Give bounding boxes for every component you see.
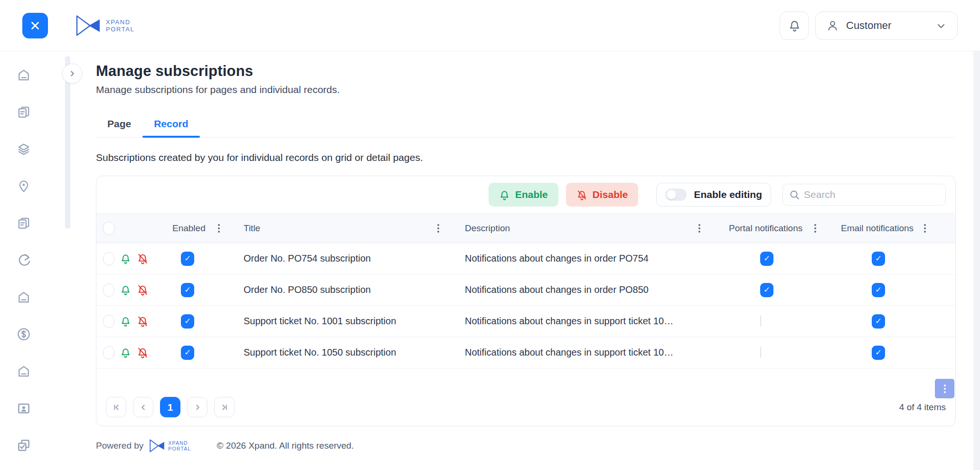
email-notifications-checkbox[interactable] [872,283,885,297]
row-description: Notifications about changes in support t… [446,347,708,358]
previous-page-button[interactable] [133,397,153,417]
enabled-checkbox[interactable] [181,283,194,297]
email-notifications-checkbox[interactable] [872,252,885,266]
items-count: 4 of 4 items [899,402,946,413]
copyright-text: © 2026 Xpand. All rights reserved. [217,441,354,451]
enable-row-bell-icon[interactable] [120,284,131,295]
email-notifications-checkbox[interactable] [872,314,885,329]
first-page-button[interactable] [106,397,126,417]
chevron-right-icon [67,68,77,79]
sidebar-expand-button[interactable] [62,64,82,84]
row-title: Order No. PO754 subscription [234,253,446,264]
sidebar-item-home-icon[interactable] [17,290,31,304]
sidebar-item-layers-icon[interactable] [17,142,31,156]
pagination: 1 [106,397,235,417]
enable-button[interactable]: Enable [489,183,558,207]
disable-row-bell-off-icon[interactable] [137,284,149,296]
chevron-down-icon [935,20,947,31]
enable-button-label: Enable [515,189,548,200]
page-scrollbar[interactable] [973,51,980,470]
sidebar-item-billing-icon[interactable] [17,327,31,341]
close-icon [29,19,41,32]
enabled-checkbox[interactable] [181,314,194,329]
enable-row-bell-icon[interactable] [120,253,131,264]
sidebar-item-home-icon[interactable] [17,68,31,82]
enable-row-bell-icon[interactable] [120,347,131,358]
user-menu-label: Customer [846,19,891,32]
select-all-checkbox[interactable] [103,222,114,235]
last-page-button[interactable] [214,397,235,417]
kebab-icon [942,383,948,395]
close-menu-button[interactable] [22,13,48,38]
table-row: Order No. PO754 subscription Notificatio… [96,243,955,274]
grid-menu-button[interactable] [935,379,954,398]
page-footer: Powered by XPAND PORTAL © 2026 Xpand. Al… [96,439,956,453]
row-checkbox[interactable] [103,283,114,297]
notifications-button[interactable] [780,11,809,40]
row-title: Support ticket No. 1001 subscription [234,316,446,327]
sidebar [0,51,47,470]
disable-button[interactable]: Disable [566,183,639,207]
column-menu-icon[interactable] [697,222,702,235]
column-menu-icon[interactable] [435,222,441,235]
sidebar-item-redo-icon[interactable] [17,253,31,267]
xpand-logo-icon [75,14,102,37]
search-input[interactable] [782,184,946,206]
column-enabled-label: Enabled [172,223,206,234]
table-row: Order No. PO850 subscription Notificatio… [96,274,955,306]
enable-editing-toggle[interactable]: Enable editing [656,183,771,207]
column-title-label: Title [244,223,260,234]
subscriptions-card: Enable Disable Enable editing [96,176,956,426]
table-row: Support ticket No. 1001 subscription Not… [96,306,955,337]
row-title: Support ticket No. 1050 subscription [234,347,446,358]
enabled-checkbox[interactable] [181,346,194,360]
bell-icon [499,189,510,200]
row-description: Notifications about changes in order PO8… [446,284,708,295]
row-title: Order No. PO850 subscription [234,284,446,295]
page-number-button[interactable]: 1 [160,397,180,417]
grid-toolbar: Enable Disable Enable editing [96,176,955,213]
column-email-label: Email notifications [841,223,914,234]
email-notifications-checkbox[interactable] [872,346,885,360]
next-page-button[interactable] [187,397,207,417]
sidebar-item-tasks-icon[interactable] [17,438,31,452]
sidebar-item-home-icon[interactable] [17,364,31,378]
footer-brand[interactable]: XPAND PORTAL [149,439,191,453]
page-subtitle: Manage subscriptions for pages and indiv… [96,84,956,95]
enabled-checkbox[interactable] [181,252,194,266]
footer-brand-name: XPAND PORTAL [168,440,191,451]
user-icon [826,19,839,32]
toggle-switch-icon[interactable] [665,188,687,201]
tab-page[interactable]: Page [96,113,142,137]
grid-description: Subscriptions created by you for individ… [96,152,956,163]
column-menu-icon[interactable] [216,222,222,235]
enable-row-bell-icon[interactable] [120,316,131,327]
row-checkbox[interactable] [103,252,114,265]
disable-row-bell-off-icon[interactable] [137,315,149,327]
sidebar-item-documents-icon[interactable] [17,105,31,119]
enable-editing-label: Enable editing [694,189,762,200]
table-header: Enabled Title Description Portal notific… [96,213,955,243]
sidebar-item-location-icon[interactable] [17,179,31,193]
brand-name: XPAND PORTAL [106,19,134,33]
bell-icon [788,19,801,32]
row-checkbox[interactable] [103,315,114,328]
disable-row-bell-off-icon[interactable] [137,347,149,358]
portal-notifications-checkbox[interactable] [760,347,761,358]
column-menu-icon[interactable] [812,222,818,235]
portal-notifications-checkbox[interactable] [760,252,773,266]
row-description: Notifications about changes in support t… [446,316,708,327]
tab-record[interactable]: Record [142,113,199,137]
disable-row-bell-off-icon[interactable] [137,253,149,264]
portal-notifications-checkbox[interactable] [760,283,773,297]
column-description-label: Description [465,223,510,234]
sidebar-item-documents-icon[interactable] [17,216,31,230]
portal-notifications-checkbox[interactable] [760,315,761,327]
xpand-logo-icon [149,439,165,453]
page-title: Manage subscriptions [96,63,956,80]
sidebar-item-contacts-icon[interactable] [17,401,31,415]
row-checkbox[interactable] [103,346,114,359]
column-menu-icon[interactable] [922,222,928,235]
user-menu[interactable]: Customer [815,11,958,40]
brand-logo[interactable]: XPAND PORTAL [75,14,134,37]
